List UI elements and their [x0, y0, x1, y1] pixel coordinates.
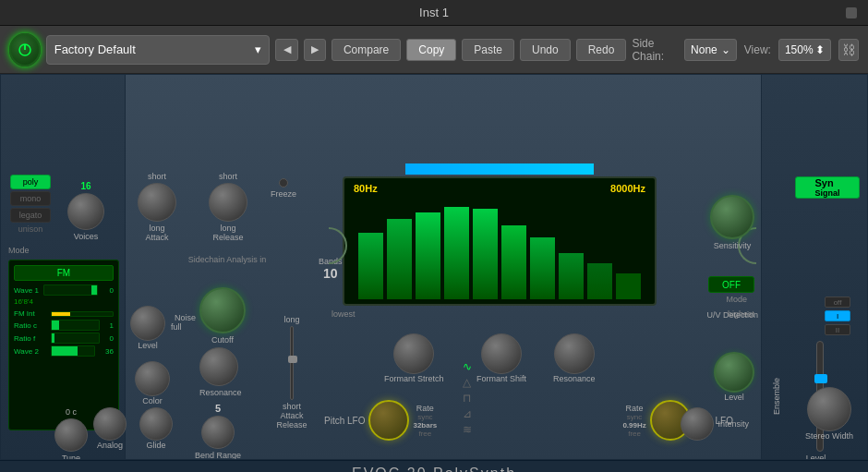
- color-knob[interactable]: [135, 361, 170, 396]
- synth-name-bar: EVOC 20 PolySynth: [0, 460, 868, 472]
- formant-shift-area: Formant Shift: [476, 333, 526, 383]
- wave1-row: Wave 1 0: [14, 284, 114, 296]
- copy-button[interactable]: Copy: [406, 39, 456, 61]
- ratiof-value: 0: [100, 334, 114, 343]
- ensemble-label: Ensemble: [772, 378, 781, 415]
- wave2-label: Wave 2: [14, 347, 51, 356]
- sensitivity-knob[interactable]: [710, 195, 754, 239]
- bar-10: [616, 273, 641, 299]
- release-knob[interactable]: [209, 183, 247, 222]
- wave2-slider[interactable]: [51, 345, 95, 357]
- formant-stretch-area: Formant Stretch: [384, 333, 444, 383]
- short-label-attack: short: [138, 172, 176, 181]
- long-label-attack: long: [138, 224, 176, 233]
- undo-button[interactable]: Undo: [520, 39, 571, 61]
- ramp-wave-icon[interactable]: ⊿: [463, 407, 472, 420]
- resonance-b-label: Resonance: [553, 374, 596, 383]
- tune-knob[interactable]: [54, 418, 88, 452]
- syn-signal-button[interactable]: Syn Signal: [795, 176, 860, 199]
- analog-label: Analog: [93, 441, 127, 450]
- analog-knob[interactable]: [93, 407, 127, 441]
- square-wave-icon[interactable]: ⊓: [463, 392, 472, 405]
- bar-3: [416, 212, 440, 299]
- freeze-led[interactable]: [279, 178, 288, 188]
- uv-detection-label: U/V Detection: [706, 310, 758, 320]
- fm-mode-value: FM: [57, 268, 70, 278]
- attack-knob[interactable]: [138, 183, 176, 222]
- voices-knob[interactable]: [67, 193, 104, 230]
- tune-area: 0 c Tune: [54, 407, 88, 460]
- chevron-down-icon: ▾: [255, 42, 261, 56]
- filter-bar: [343, 163, 657, 175]
- sidechain-select[interactable]: None ⌄: [684, 39, 737, 61]
- color-label: Color: [135, 396, 170, 405]
- mode-label-2: Mode: [726, 295, 747, 304]
- fm-mode-selector[interactable]: FM: [14, 265, 114, 281]
- poly-button[interactable]: poly: [10, 175, 51, 189]
- ratioc-fill: [52, 321, 59, 330]
- paste-button[interactable]: Paste: [462, 39, 514, 61]
- close-button[interactable]: [846, 7, 857, 18]
- link-icon[interactable]: ⛓: [838, 39, 859, 61]
- pitch-lfo-knob[interactable]: [368, 400, 409, 441]
- formant-shift-knob[interactable]: [481, 333, 522, 374]
- level-knob[interactable]: [130, 306, 165, 341]
- preset-select[interactable]: Factory Default ▾: [46, 35, 271, 65]
- glide-area: Glide: [139, 407, 173, 450]
- freeze-area: Freeze: [271, 178, 296, 199]
- wave1-slider[interactable]: [43, 284, 98, 296]
- rate-label-pitch: Rate: [413, 404, 437, 413]
- redo-button[interactable]: Redo: [576, 39, 627, 61]
- ratiof-slider[interactable]: [51, 333, 100, 344]
- stereo-width-knob[interactable]: [807, 387, 851, 431]
- attack-release-area: long short Attack Release: [264, 315, 319, 430]
- ratioc-row: Ratio c 1: [14, 320, 114, 331]
- wave2-fill: [52, 346, 78, 356]
- formant-stretch-knob[interactable]: [393, 333, 434, 374]
- resonance-b-knob[interactable]: [554, 333, 595, 374]
- next-preset-button[interactable]: ▶: [304, 39, 326, 61]
- glide-knob[interactable]: [139, 407, 173, 441]
- off-mode-button[interactable]: OFF: [708, 276, 754, 293]
- level-b-knob[interactable]: [714, 352, 754, 393]
- attack-label: Attack: [138, 233, 176, 242]
- sensitivity-label: Sensitivity: [710, 241, 754, 250]
- triangle-wave-icon[interactable]: △: [463, 376, 472, 389]
- attack-release-slider[interactable]: [290, 326, 294, 400]
- toolbar-right: Side Chain: None ⌄ View: 150% ⬍ ⛓: [632, 37, 859, 63]
- legato-button[interactable]: legato: [10, 208, 51, 223]
- lfo-waveforms: ∿ △ ⊓ ⊿ ≋: [463, 360, 472, 436]
- bend-range-area: 5 Bend Range: [195, 403, 241, 460]
- ensemble-buttons: off I II: [772, 297, 850, 335]
- wave1-value: 0: [100, 286, 114, 295]
- bend-range-label: Bend Range: [195, 451, 241, 460]
- ratioc-slider[interactable]: [51, 320, 100, 331]
- cutoff-knob[interactable]: [199, 287, 246, 333]
- bar-7: [530, 237, 555, 299]
- color-area: Color: [135, 361, 170, 405]
- compare-button[interactable]: Compare: [332, 39, 401, 61]
- cutoff-area: Cutoff: [199, 287, 246, 345]
- release-label: Release: [209, 233, 247, 242]
- view-label: View:: [744, 43, 771, 56]
- intensity-knob[interactable]: [681, 407, 714, 441]
- glide-label: Glide: [139, 441, 173, 450]
- bar-4: [444, 207, 469, 299]
- sine-wave-icon[interactable]: ∿: [463, 360, 472, 373]
- intensity-label: Intensity: [717, 419, 749, 429]
- sensitivity-area: Sensitivity: [710, 195, 754, 250]
- resonance-knob[interactable]: [199, 347, 238, 386]
- ensemble-i-button[interactable]: I: [825, 310, 850, 321]
- bend-range-knob[interactable]: [201, 416, 235, 449]
- view-select[interactable]: 150% ⬍: [778, 39, 831, 61]
- ensemble-ii-button[interactable]: II: [825, 324, 850, 335]
- free-label-shift: free: [622, 430, 645, 438]
- prev-preset-button[interactable]: ◀: [275, 39, 297, 61]
- fmint-bar[interactable]: [51, 311, 114, 317]
- cutoff-label: Cutoff: [199, 335, 246, 345]
- random-wave-icon[interactable]: ≋: [463, 423, 472, 436]
- mono-button[interactable]: mono: [10, 191, 51, 206]
- ensemble-off-button[interactable]: off: [825, 297, 850, 308]
- power-button[interactable]: [9, 33, 41, 67]
- bar-2: [387, 219, 412, 299]
